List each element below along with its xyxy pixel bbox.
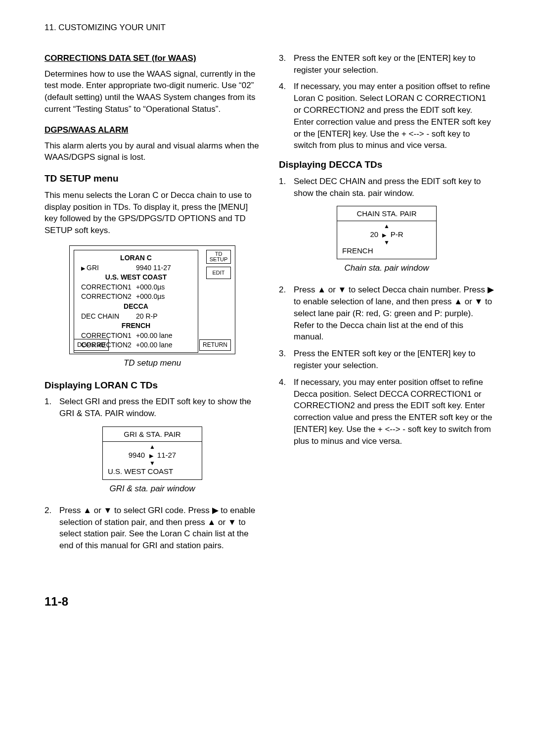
gri-value: 9940 11-27 (136, 263, 191, 273)
heading-dgps-waas-alarm: DGPS/WAAS ALARM (44, 124, 260, 136)
page-number: 11-8 (44, 593, 494, 610)
page-header: 11. CUSTOMIZING YOUR UNIT (44, 22, 494, 34)
gri-label: ▶ GRI (81, 263, 136, 273)
loran-step-1: Select GRI and press the EDIT soft key t… (44, 396, 260, 420)
gri-window-title: GRI & STA. PAIR (103, 427, 202, 442)
chain-win-bottom: FRENCH (342, 245, 431, 256)
right-triangle-icon: ▶ (81, 265, 87, 271)
d-correction2-value: +00.00 lane (136, 340, 191, 350)
right-column: Press the ENTER soft key or the [ENTER] … (279, 52, 494, 559)
decca-step-4: If necessary, you may enter position off… (279, 377, 494, 447)
td-setup-caption: TD setup menu (44, 357, 260, 369)
dec-chain-value: 20 R-P (136, 312, 191, 322)
loran-step-2: Press ▲ or ▼ to select GRI code. Press ▶… (44, 505, 260, 552)
gri-win-right: 11-27 (157, 451, 176, 459)
decca-step-1: Select DEC CHAIN and press the EDIT soft… (279, 176, 494, 199)
gri-sta-pair-window: GRI & STA. PAIR ▲ 9940 ▶ 11-27 ▼ U.S. WE… (102, 426, 202, 480)
dgps-status: DGPS 3D (74, 339, 109, 351)
heading-loran-c-tds: Displaying LORAN C TDs (44, 379, 260, 392)
para-td-setup: This menu selects the Loran C or Decca c… (44, 189, 260, 236)
loran-c-title: LORAN C (74, 253, 198, 263)
right-triangle-icon: ▶ (149, 453, 153, 459)
loran-step-4: If necessary, you may enter a position o… (279, 81, 494, 151)
chain-window-caption: Chain sta. pair window (279, 262, 494, 274)
loran-step-3: Press the ENTER soft key or the [ENTER] … (279, 52, 494, 76)
us-west-coast: U.S. WEST COAST (74, 273, 198, 283)
gri-win-bottom: U.S. WEST COAST (108, 466, 197, 476)
down-arrow-icon: ▼ (342, 239, 431, 245)
heading-decca-tds: Displaying DECCA TDs (279, 158, 494, 172)
para-dgps-alarm: This alarm alerts you by aural and visua… (44, 140, 260, 164)
french-title: FRENCH (74, 321, 198, 331)
decca-steps-part1: Select DEC CHAIN and press the EDIT soft… (279, 176, 494, 199)
return-softkey[interactable]: RETURN (199, 339, 231, 351)
dec-chain-label: DEC CHAIN (81, 312, 136, 322)
chain-win-left: 20 (370, 230, 378, 238)
decca-steps-part2: Press ▲ or ▼ to select Decca chain numbe… (279, 284, 494, 447)
up-arrow-icon: ▲ (108, 444, 197, 450)
decca-step-3: Press the ENTER soft key or the [ENTER] … (279, 348, 494, 372)
gri-window-caption: GRI & sta. pair window (44, 483, 260, 495)
chain-window-title: CHAIN STA. PAIR (337, 206, 436, 221)
left-column: CORRECTIONS DATA SET (for WAAS) Determin… (44, 52, 260, 559)
d-correction1-value: +00.00 lane (136, 331, 191, 341)
gri-win-left: 9940 (129, 451, 145, 459)
right-triangle-icon: ▶ (382, 232, 386, 238)
up-arrow-icon: ▲ (342, 223, 431, 229)
decca-title: DECCA (74, 302, 198, 312)
heading-td-setup: TD SETUP menu (44, 172, 260, 186)
td-setup-softkey[interactable]: TDSETUP (206, 250, 231, 264)
correction2-value: +000.0µs (136, 292, 191, 302)
chain-win-right: P-R (391, 230, 403, 238)
td-setup-figure: LORAN C ▶ GRI 9940 11-27 U.S. WEST COAST… (69, 245, 235, 354)
correction2-label: CORRECTION2 (81, 292, 136, 302)
para-corrections: Determines how to use the WAAS signal, c… (44, 68, 260, 115)
loran-steps-part2: Press ▲ or ▼ to select GRI code. Press ▶… (44, 505, 260, 552)
chain-sta-pair-window: CHAIN STA. PAIR ▲ 20 ▶ P-R ▼ FRENCH (337, 206, 437, 259)
decca-step-2: Press ▲ or ▼ to select Decca chain numbe… (279, 284, 494, 343)
down-arrow-icon: ▼ (108, 460, 197, 466)
correction1-value: +000.0µs (136, 283, 191, 292)
correction1-label: CORRECTION1 (81, 283, 136, 292)
loran-steps-part3: Press the ENTER soft key or the [ENTER] … (279, 52, 494, 151)
loran-steps-part1: Select GRI and press the EDIT soft key t… (44, 396, 260, 420)
edit-softkey[interactable]: EDIT (206, 267, 231, 279)
heading-corrections-data-set: CORRECTIONS DATA SET (for WAAS) (44, 52, 260, 64)
